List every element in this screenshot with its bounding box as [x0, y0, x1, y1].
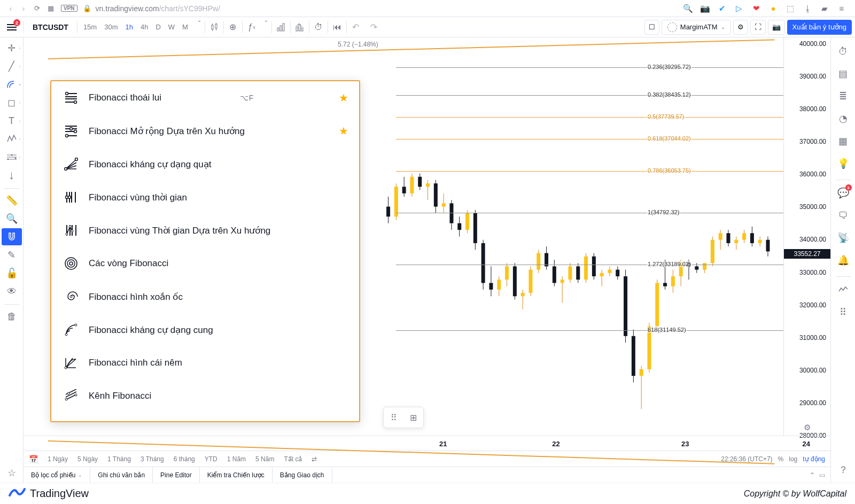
time-axis[interactable]: 21222324 [24, 436, 830, 451]
goto-icon[interactable]: ⇄ [312, 455, 317, 463]
fib-menu-item[interactable]: Fibonacci vùng Thời gian Dựa trên Xu hướ… [51, 214, 359, 247]
download-icon[interactable]: ⭳ [803, 4, 812, 13]
fib-level-line[interactable] [396, 139, 783, 139]
date-range-option[interactable]: Tất cả [284, 455, 302, 463]
collapse-icon[interactable]: ⌃ [810, 471, 815, 479]
fibonacci-tools-menu[interactable]: Fibonacci thoái lui⌥F★Fibonacci Mở rộng … [50, 80, 360, 422]
date-range-option[interactable]: 5 Năm [255, 455, 274, 463]
fib-level-line[interactable] [396, 67, 783, 68]
settings-button[interactable]: ⚙ [733, 20, 748, 35]
cube-icon[interactable]: ⬚ [786, 4, 795, 13]
alert-icon[interactable]: ⏱ [309, 17, 328, 37]
notifications-icon[interactable]: 🔔 [834, 251, 853, 270]
panel-icon[interactable]: ▭ [819, 471, 825, 479]
fib-menu-item[interactable]: Fibonacci hình cái nêm [51, 346, 359, 379]
replay-icon[interactable]: ⏮ [328, 17, 346, 37]
order-panel-icon[interactable]: ⠿ [834, 303, 853, 322]
fib-menu-item[interactable]: Fibonacci Mở rộng Dựa trên Xu hướng★ [51, 114, 359, 148]
fib-level-line[interactable] [396, 171, 783, 172]
fib-menu-item[interactable]: Fibonacci thoái lui⌥F★ [51, 81, 359, 114]
date-range-option[interactable]: 1 Tháng [107, 455, 131, 463]
fib-menu-item[interactable]: Fibonacci vùng thời gian [51, 181, 359, 214]
heart-icon[interactable]: ❤ [751, 4, 761, 13]
log-toggle[interactable]: log [789, 455, 797, 463]
price-axis[interactable]: ⚙ 40000.0039000.0038000.0037000.0036000.… [783, 37, 830, 436]
stream-icon[interactable]: 📡 [834, 228, 853, 247]
flag-icon[interactable]: ▰ [820, 4, 829, 13]
date-range-option[interactable]: YTD [205, 455, 217, 463]
refresh-button[interactable]: ⟳ [30, 4, 44, 12]
snapshot-button[interactable]: 📷 [768, 20, 785, 35]
calendar-icon[interactable]: ◔ [834, 109, 853, 128]
bottom-tab[interactable]: Bảng Giao dịch [273, 467, 332, 483]
fib-level-line[interactable] [396, 95, 783, 96]
cursor-tool[interactable]: ✛› [2, 40, 22, 57]
apps-grid-icon[interactable]: ▦ [44, 4, 58, 12]
grip-icon[interactable]: ⠿ [387, 410, 401, 424]
timeframe-30m[interactable]: 30m [100, 17, 121, 37]
fib-menu-item[interactable]: Fibonacci kháng cự dạng cung [51, 313, 359, 346]
chat-icon[interactable]: 💬3 [834, 183, 853, 203]
lock-tool[interactable]: 🔓 [2, 265, 22, 282]
watchlist-icon[interactable]: ⏱ [834, 42, 853, 61]
alerts-panel-icon[interactable]: ▤ [834, 64, 853, 83]
checkbox-button[interactable]: ☐ [644, 20, 659, 35]
bottom-tab[interactable]: Bộ lọc cổ phiếu⌄ [24, 467, 90, 483]
date-range-option[interactable]: 6 tháng [174, 455, 195, 463]
percent-toggle[interactable]: % [778, 455, 784, 463]
timeframe-15m[interactable]: 15m [80, 17, 100, 37]
fib-level-line[interactable] [396, 265, 783, 265]
help-icon[interactable]: ？ [834, 460, 853, 479]
floating-drawing-toolbar[interactable]: ⠿ ⊞ [383, 407, 424, 428]
dom-icon[interactable] [834, 280, 853, 299]
trash-tool[interactable]: 🗑 [2, 308, 22, 325]
indicators-more[interactable]: ⌄ [261, 17, 271, 37]
candles-style-icon[interactable] [205, 17, 223, 37]
timeframe-1h[interactable]: 1h [121, 17, 136, 37]
undo-icon[interactable]: ↶ [347, 17, 365, 37]
hide-tool[interactable]: 👁 [2, 283, 22, 300]
bottom-tab[interactable]: Kiểm tra Chiến lược [200, 467, 273, 483]
timeframe-more[interactable]: ⌄ [194, 17, 205, 37]
redo-icon[interactable]: ↷ [365, 17, 383, 37]
timeframe-4h[interactable]: 4h [137, 17, 152, 37]
search-icon[interactable]: 🔍 [683, 4, 693, 13]
text-tool[interactable]: T› [2, 112, 22, 129]
ideas-icon[interactable]: 💡 [834, 154, 853, 173]
favorite-star-icon[interactable]: ★ [339, 91, 348, 104]
timeframe-M[interactable]: M [178, 17, 192, 37]
fib-menu-item[interactable]: Fibonacci kháng cự dạng quạt [51, 148, 359, 181]
trendline-tool[interactable]: ╱› [2, 58, 22, 75]
add-tool-icon[interactable]: ⊞ [406, 410, 420, 424]
indicators-icon[interactable]: ƒx [243, 17, 261, 37]
bottom-tab[interactable]: Pine Editor [153, 467, 200, 483]
financials-icon[interactable] [272, 17, 290, 37]
auto-scale-toggle[interactable]: tự động [803, 455, 825, 463]
date-range-option[interactable]: 1 Ngày [48, 455, 68, 463]
app-menu-button[interactable]: 2 [0, 17, 24, 37]
ruler-tool[interactable]: 📏 [2, 192, 22, 209]
send-icon[interactable]: ▷ [734, 4, 744, 13]
arrow-tool[interactable]: ↓ [2, 167, 22, 184]
fib-menu-item[interactable]: Fibonacci hình xoắn ốc [51, 280, 359, 313]
date-range-option[interactable]: 1 Năm [227, 455, 246, 463]
fib-level-line[interactable] [396, 117, 783, 118]
check-icon[interactable]: ✔ [717, 4, 727, 13]
timeframe-D[interactable]: D [152, 17, 164, 37]
zoom-tool[interactable]: 🔍 [2, 210, 22, 227]
publish-button[interactable]: Xuất bản ý tưởng [787, 20, 852, 35]
fib-menu-item[interactable]: Các vòng Fibonacci [51, 247, 359, 280]
private-chat-icon[interactable]: 🗨 [834, 206, 853, 225]
fibonacci-tool[interactable]: › [2, 76, 22, 93]
bottom-tab[interactable]: Ghi chú văn bản [90, 467, 153, 483]
url-display[interactable]: vn.tradingview.com/chart/sYC99HPw/ [96, 4, 220, 13]
back-button[interactable]: ‹ [4, 4, 17, 13]
compare-add-icon[interactable]: ⊕ [224, 17, 242, 37]
layout-template-selector[interactable]: MargimATM ⌄ [662, 20, 731, 35]
fib-level-line[interactable] [396, 330, 783, 331]
lock-drawings-tool[interactable]: ✎ [2, 246, 22, 263]
date-range-option[interactable]: 3 Tháng [141, 455, 164, 463]
fib-level-line[interactable] [396, 213, 783, 213]
timeframe-W[interactable]: W [165, 17, 178, 37]
axis-settings-icon[interactable]: ⚙ [784, 423, 830, 432]
